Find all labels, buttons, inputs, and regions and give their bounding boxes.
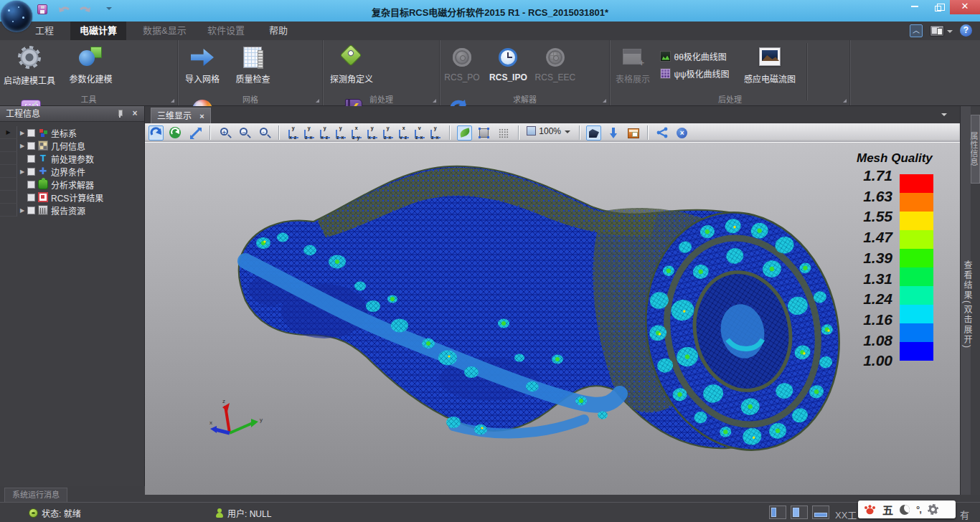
view-orientation-icon-2[interactable]: yzx [302, 125, 316, 141]
legend-value: 1.55 [863, 209, 892, 224]
wireframe-points-icon[interactable] [496, 125, 511, 141]
ime-wubi-mode[interactable]: 五 [882, 502, 893, 517]
tree-item-rcs[interactable]: RCS计算结果 [0, 191, 144, 204]
ime-fullhalf-moon-icon[interactable] [900, 505, 910, 515]
tree-item-coord[interactable]: ▶▶坐标系 [0, 126, 144, 139]
clip-plane-icon[interactable] [586, 125, 601, 141]
rotate-orbit-icon[interactable] [149, 125, 164, 141]
arrow-down-icon[interactable] [606, 125, 621, 141]
view-orientation-icon-10[interactable]: yzx [428, 125, 443, 141]
expander-icon[interactable]: ▶ [17, 207, 27, 214]
ime-punctuation-icon[interactable]: °, [916, 504, 921, 515]
tree-checkbox[interactable] [27, 207, 35, 214]
zoom-in-icon[interactable]: + [217, 125, 232, 141]
ime-brand-paw-icon[interactable] [864, 504, 876, 515]
psi-grid-icon [660, 68, 671, 79]
expander-icon[interactable]: ▶ [17, 130, 27, 136]
statusbar: 状态: 就绪 用户: NULL XX工 有 [0, 502, 980, 522]
tree-item-solver[interactable]: 分析求解器 [0, 178, 144, 191]
tree-item-T[interactable]: T前处理参数 [0, 152, 144, 165]
tree-checkbox[interactable] [27, 155, 35, 163]
menu-tab-em-compute[interactable]: 电磁计算 [70, 22, 126, 40]
parametric-modeling-button[interactable]: 参数化建模 [62, 42, 119, 92]
psi-polar-curve-button[interactable]: ψψ极化曲线图 [657, 65, 732, 82]
theta-chart-icon [660, 51, 671, 62]
status-ready-icon [29, 508, 38, 518]
dialog-launcher-icon[interactable] [843, 99, 847, 103]
view-orientation-icon-3[interactable]: yxz [318, 125, 332, 141]
ime-toolbar[interactable]: 五 °, [858, 500, 956, 518]
system-messages-tab[interactable]: 系统运行消息 [4, 488, 67, 502]
capture-window-icon[interactable] [626, 125, 641, 141]
delete-view-icon[interactable]: × [674, 125, 689, 141]
project-tree: ▶▶坐标系▶几何信息T前处理参数▶✚边界条件分析求解器RCS计算结果▶报告资源 [0, 126, 144, 217]
layout-left-panel-button[interactable] [769, 506, 786, 519]
view-orientation-icon-7[interactable]: yzx [381, 125, 395, 141]
properties-tab[interactable]: 属性信息 [971, 115, 980, 184]
minimize-button[interactable] [904, 0, 925, 14]
menu-tab-help[interactable]: 帮助 [260, 22, 297, 40]
tree-checkbox[interactable] [27, 181, 35, 189]
layout-split-panel-button[interactable] [791, 506, 808, 519]
legend-title: Mesh Quality [857, 151, 947, 166]
theta-polar-curve-button[interactable]: θθ极化曲线图 [657, 47, 732, 65]
detect-angle-button[interactable]: 探测角定义 [324, 42, 379, 92]
quality-check-button[interactable]: 质量检查 [229, 42, 276, 92]
axis-z-label: z [222, 398, 225, 404]
tab-3d-display[interactable]: 三维显示 × [151, 108, 211, 123]
view-orientation-icon-8[interactable]: xvz [397, 125, 411, 141]
tree-item-geom[interactable]: ▶几何信息 [0, 139, 144, 152]
view-orientation-icon-4[interactable]: yzx [334, 125, 348, 141]
smooth-shading-icon[interactable] [457, 125, 472, 141]
tab-list-dropdown-icon[interactable] [941, 113, 947, 119]
view-orientation-icon-6[interactable]: yxz [365, 125, 380, 141]
close-tab-icon[interactable]: × [199, 112, 204, 120]
pin-icon[interactable] [116, 109, 124, 118]
tree-item-report2[interactable]: ▶报告资源 [0, 204, 144, 217]
app-logo-icon[interactable] [1, 1, 32, 32]
dialog-launcher-icon[interactable] [433, 99, 436, 103]
close-panel-icon[interactable]: × [130, 108, 140, 118]
expander-icon[interactable]: ▶ [17, 143, 27, 149]
expander-icon[interactable]: ▶ [17, 169, 27, 175]
close-button[interactable]: ✕ [950, 0, 980, 14]
view-orientation-icon-9[interactable]: vzx [413, 125, 427, 141]
tree-checkbox[interactable] [27, 142, 35, 150]
picture-icon [757, 44, 783, 70]
window-style-dropdown-icon[interactable] [947, 30, 953, 36]
tree-item-bc[interactable]: ▶✚边界条件 [0, 165, 144, 178]
tree-checkbox[interactable] [27, 194, 35, 201]
blue-arrow-icon [189, 44, 215, 70]
dialog-launcher-icon[interactable] [316, 99, 319, 103]
induced-current-map-button[interactable]: 感应电磁流图 [736, 42, 804, 92]
share-view-icon[interactable] [655, 125, 670, 141]
restore-button[interactable] [927, 0, 948, 14]
import-mesh-button[interactable]: 导入网格 [179, 42, 225, 92]
launch-modeling-tool-button[interactable]: 启动建模工具 [1, 42, 58, 92]
menu-tab-settings[interactable]: 软件设置 [198, 22, 254, 40]
view-orientation-icon-1[interactable]: yxz [286, 125, 301, 141]
tree-checkbox[interactable] [27, 168, 35, 176]
help-icon[interactable]: ? [960, 24, 972, 37]
menu-tab-data-display[interactable]: 数据&显示 [133, 22, 196, 40]
axis-x-label: x [209, 419, 212, 426]
view-orientation-icon-5[interactable]: xzy [349, 125, 364, 141]
dialog-launcher-icon[interactable] [603, 99, 606, 103]
pan-icon[interactable] [188, 125, 203, 141]
flat-shading-icon[interactable] [476, 125, 491, 141]
zoom-window-icon[interactable]: ▫ [257, 125, 272, 141]
refresh-view-icon[interactable] [168, 125, 183, 141]
collapse-ribbon-icon[interactable]: ︿ [910, 24, 923, 37]
layout-bottom-panel-button[interactable] [812, 506, 829, 519]
zoom-level-select[interactable]: 100% [524, 125, 573, 141]
3d-viewport[interactable]: z y x Mesh Quality 1.711.631.551.471.391… [145, 143, 960, 495]
dialog-launcher-icon[interactable] [171, 99, 174, 103]
rcs-ipo-button[interactable]: RCS_IPO [486, 42, 529, 92]
legend-value: 1.39 [863, 251, 892, 265]
tree-checkbox[interactable] [27, 129, 35, 137]
zoom-out-icon[interactable]: − [237, 125, 252, 141]
ime-settings-gear-icon[interactable] [928, 504, 938, 515]
menu-tab-project[interactable]: 工程 [26, 22, 63, 40]
window-style-icon[interactable] [930, 25, 944, 37]
table-window-icon [620, 44, 646, 70]
